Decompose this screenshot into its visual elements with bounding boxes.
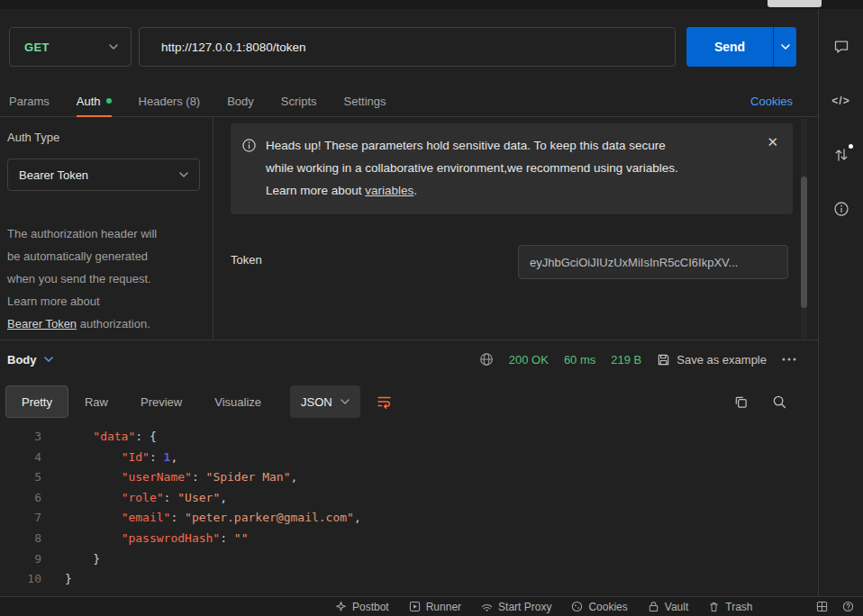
- code-line: 10}: [0, 569, 818, 590]
- code-line: 3 "data": {: [0, 427, 818, 448]
- search-button[interactable]: [772, 394, 787, 410]
- postbot-icon: [335, 601, 347, 612]
- send-button[interactable]: Send: [686, 27, 773, 67]
- status-item-label: Start Proxy: [498, 601, 551, 613]
- trash-button[interactable]: Trash: [708, 601, 752, 613]
- response-section: Body 200 OK 60 ms 219 B Save as example …: [0, 340, 818, 596]
- copy-button[interactable]: [733, 394, 749, 410]
- response-toolbar: Pretty Raw Preview Visualize JSON: [0, 379, 818, 424]
- token-label: Token: [231, 253, 262, 267]
- tab-scripts[interactable]: Scripts: [281, 86, 317, 116]
- method-dropdown[interactable]: GET: [9, 27, 132, 67]
- tab-pretty[interactable]: Pretty: [5, 385, 68, 418]
- auth-description-suffix: authorization.: [77, 317, 150, 331]
- banner-line3: Learn more about variables.: [266, 179, 678, 202]
- comment-icon: [833, 39, 849, 55]
- comments-button[interactable]: [826, 32, 857, 62]
- chevron-down-icon: [781, 44, 790, 50]
- sync-arrows-icon: [834, 147, 849, 163]
- url-input[interactable]: http://127.0.0.1:8080/token: [139, 27, 676, 67]
- banner-line3-prefix: Learn more about: [266, 184, 365, 197]
- tab-raw[interactable]: Raw: [68, 385, 124, 418]
- tab-label: Body: [227, 95, 254, 108]
- more-options-icon[interactable]: [782, 358, 796, 361]
- info-icon: [833, 201, 849, 217]
- cookies-icon: [571, 601, 583, 612]
- cookies-link[interactable]: Cookies: [750, 95, 793, 108]
- code-content: "email": "peter.parker@gmail.com",: [65, 508, 361, 529]
- search-icon: [772, 394, 787, 410]
- token-value: eyJhbGciOiJIUzUxMiIsInR5cCI6IkpXV...: [530, 256, 738, 269]
- status-item-label: Postbot: [352, 601, 389, 613]
- auth-type-value: Bearer Token: [19, 168, 88, 182]
- code-snippet-button[interactable]: </>: [826, 86, 857, 116]
- url-text: http://127.0.0.1:8080/token: [161, 41, 306, 54]
- bearer-token-link[interactable]: Bearer Token: [7, 317, 77, 331]
- line-number: 10: [0, 569, 41, 590]
- line-number: 9: [0, 549, 41, 570]
- line-number: 3: [0, 427, 41, 448]
- runner-button[interactable]: Runner: [409, 601, 461, 613]
- scrollbar-thumb[interactable]: [801, 177, 807, 308]
- variables-link[interactable]: variables: [365, 184, 413, 197]
- code-icon: </>: [831, 95, 849, 107]
- postbot-button[interactable]: Postbot: [335, 601, 389, 613]
- chevron-down-icon: [179, 172, 188, 177]
- network-globe-icon[interactable]: [479, 352, 494, 367]
- code-line: 6 "role": "User",: [0, 488, 818, 509]
- code-content: "Id": 1,: [65, 448, 177, 468]
- send-split-button: Send: [686, 27, 796, 67]
- tab-visualize[interactable]: Visualize: [198, 385, 277, 418]
- banner-text-wrap: Heads up! These parameters hold sensitiv…: [266, 134, 678, 202]
- format-value: JSON: [301, 395, 332, 409]
- auth-type-dropdown[interactable]: Bearer Token: [7, 159, 200, 191]
- vault-button[interactable]: Vault: [648, 601, 688, 613]
- send-options-button[interactable]: [773, 27, 796, 67]
- code-line: 8 "passwrodHash": "": [0, 529, 818, 549]
- status-item-label: Cookies: [588, 601, 627, 613]
- status-item-label: Vault: [665, 601, 688, 613]
- response-body-toggle[interactable]: Body: [7, 353, 53, 367]
- layout-grid-icon: [816, 601, 828, 612]
- start-proxy-button[interactable]: Start Proxy: [481, 601, 551, 613]
- wrap-lines-icon: [377, 394, 392, 409]
- chevron-down-icon: [109, 44, 118, 50]
- tab-body[interactable]: Body: [227, 86, 254, 116]
- banner-text: Heads up! These parameters hold sensitiv…: [266, 134, 678, 179]
- postman-app: </> GET http://127.0.0.1:8080/token Send…: [0, 0, 863, 616]
- help-button[interactable]: [842, 601, 854, 612]
- tab-headers[interactable]: Headers (8): [139, 86, 201, 116]
- code-content: "role": "User",: [65, 488, 227, 509]
- chevron-down-icon: [341, 399, 350, 404]
- save-icon: [657, 353, 670, 367]
- line-number: 4: [0, 448, 41, 468]
- layout-button[interactable]: [816, 601, 828, 612]
- token-input[interactable]: eyJhbGciOiJIUzUxMiIsInR5cCI6IkpXV...: [518, 245, 788, 279]
- response-body-label: Body: [7, 353, 37, 367]
- format-dropdown[interactable]: JSON: [290, 385, 360, 418]
- info-button[interactable]: [826, 194, 857, 224]
- response-code: 3 "data": {4 "Id": 1,5 "userName": "Spid…: [0, 427, 818, 596]
- line-number: 7: [0, 508, 41, 529]
- code-content: "passwrodHash": "": [65, 529, 249, 549]
- tab-settings[interactable]: Settings: [344, 86, 386, 116]
- related-requests-button[interactable]: [826, 140, 857, 170]
- wrap-lines-toggle[interactable]: [377, 394, 392, 409]
- close-icon[interactable]: ✕: [767, 134, 778, 150]
- window-control-partial: [768, 0, 822, 7]
- tab-preview[interactable]: Preview: [124, 385, 198, 418]
- save-as-example-button[interactable]: Save as example: [657, 353, 767, 367]
- tab-label: Preview: [141, 395, 182, 409]
- code-line: 9 }: [0, 549, 818, 570]
- tab-params[interactable]: Params: [9, 86, 50, 116]
- code-content: "userName": "Spider Man",: [65, 467, 297, 488]
- tab-auth[interactable]: Auth: [77, 86, 112, 116]
- notification-dot: [849, 144, 853, 149]
- cookies-button[interactable]: Cookies: [571, 601, 627, 613]
- request-tabs: Params Auth Headers (8) Body Scripts Set…: [0, 86, 818, 117]
- response-tools: [733, 394, 787, 410]
- line-number: 6: [0, 488, 41, 509]
- tab-label: Scripts: [281, 95, 317, 108]
- runner-icon: [409, 601, 421, 612]
- vault-lock-icon: [648, 601, 659, 612]
